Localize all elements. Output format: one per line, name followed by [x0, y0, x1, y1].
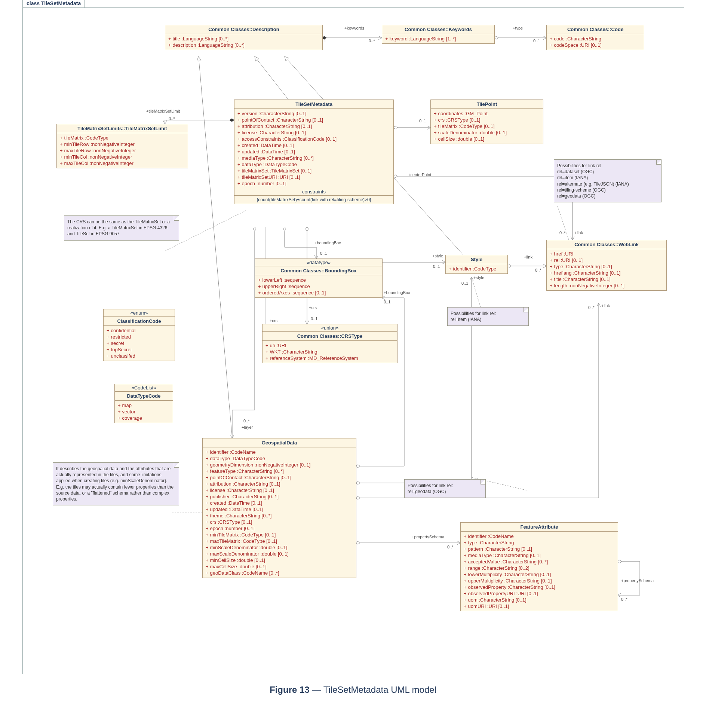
class-attribute: +license :CharacterString [0..1]: [237, 129, 390, 136]
note-style-rel: Possibilities for link rel: rel=item (IA…: [447, 307, 529, 326]
class-attribute: +orderedAxes :sequence [0..1]: [258, 290, 379, 296]
mult-tp: 0..1: [419, 119, 426, 123]
class-attribute: +publisher :CharacterString [0..1]: [206, 493, 353, 500]
mult-0-1: 0..1: [533, 39, 540, 43]
label-type: +type: [513, 26, 523, 30]
mult-crs2: 0..1: [311, 316, 317, 321]
caption-text: TileSetMetadata UML model: [323, 685, 436, 695]
label-crs: +crs: [270, 318, 277, 323]
class-attribute: +type :CharacterString [0..1]: [550, 263, 663, 270]
class-attribute: +minScaleDenominator :double [0..1]: [206, 544, 353, 551]
figure-caption: Figure 13 — TileSetMetadata UML model: [0, 685, 706, 695]
class-crstype: «union» Common Classes::CRSType +uri :UR…: [262, 324, 397, 363]
class-attribute: +unclassifed: [107, 353, 172, 359]
class-attribute: +tileMatrix :CodeType [0..1]: [434, 123, 540, 129]
class-attribute: +cellSize :double [0..1]: [434, 136, 540, 142]
class-attribute: +updated :DataTime [0..1]: [237, 149, 390, 155]
class-attribute: +upperRight :sequence: [258, 283, 379, 290]
mult-link-style: 0..*: [535, 268, 541, 272]
class-attribute: +keyword :LanguageString [1..*]: [385, 36, 491, 42]
class-attribute: +license :CharacterString [0..1]: [206, 487, 353, 493]
class-attribute: +minTileCol :nonNegativeInteger: [60, 154, 185, 160]
class-attribute: +uom :CharacterString [0..1]: [464, 597, 615, 603]
class-attribute: +confidential: [107, 327, 172, 334]
svg-line-2: [255, 56, 288, 100]
label-link1: +link: [574, 230, 583, 235]
diagram-frame: class TileSetMetadata: [22, 7, 684, 674]
class-description: Common Classes::Description +title :Lang…: [165, 25, 323, 50]
class-attribute: +geoDataClass :CodeName [0..*]: [206, 570, 353, 576]
class-datatypecode: «CodeList» DataTypeCode +map+vector+cove…: [114, 384, 173, 423]
class-attribute: +observedProperty :CharacterString [0..1…: [464, 584, 615, 590]
class-tmsl: TileMatrixSetLimits::TileMatrixSetLimit …: [56, 124, 188, 168]
class-attribute: +dataType :DataTypeCode: [237, 161, 390, 168]
label-keywords: +keywords: [344, 26, 364, 30]
class-attribute: +map: [118, 402, 170, 409]
class-attribute: +minTileMatrix :CodeType [0..1]: [206, 532, 353, 538]
svg-line-3: [199, 56, 232, 438]
class-attribute: +maxCellSize :double [0..1]: [206, 563, 353, 570]
label-propschema2: +propertySchema: [621, 578, 654, 583]
note-geodata: It describes the geospatial data and the…: [53, 462, 179, 505]
class-attribute: +lowerLeft :sequence: [258, 277, 379, 283]
label-geo-bbox: +boundingBox: [384, 290, 410, 295]
class-attribute: +observedPropertyURI :URI [0..1]: [464, 590, 615, 597]
mult-1: 1: [324, 39, 326, 43]
mult-geo-style: 0..1: [461, 281, 468, 285]
class-attribute: +uomURI :URI [0..1]: [464, 603, 615, 609]
class-attribute: +rel :URI [0..1]: [550, 257, 663, 263]
class-tilepoint: TilePoint +coordinates :GM_Point+crs :CR…: [430, 100, 543, 144]
class-attribute: +pointOfContact :CharacterString [0..1]: [237, 117, 390, 123]
class-attribute: +identifier :CodeName: [206, 449, 353, 455]
caption-sep: —: [310, 685, 323, 695]
class-style: Style +identifier :CodeType: [445, 255, 508, 274]
class-attribute: +attribution :CharacterString [0..1]: [237, 123, 390, 129]
mult-style: 0..1: [433, 264, 440, 269]
class-attribute: +geometryDimension :nonNegativeInteger […: [206, 462, 353, 468]
class-attribute: +theme :CharacterString [0..*]: [206, 513, 353, 519]
mult-propschema2: 0..*: [621, 597, 627, 602]
mult-tmsl: 0..*: [169, 116, 175, 121]
mult-geo-link: 0..*: [588, 305, 595, 310]
class-attribute: +accessConstraints :ClassificationCode […: [237, 136, 390, 142]
class-attribute: +restricted: [107, 334, 172, 340]
class-attribute: +crs :CRSType [0..1]: [434, 117, 540, 123]
class-featureattribute: FeatureAttribute +identifier :CodeName+t…: [460, 522, 618, 611]
note-link-rel: Possibilities for link rel: rel=dataset …: [554, 159, 662, 202]
class-code: Common Classes::Code +code :CharacterStr…: [546, 25, 644, 50]
label-geo-link: +link: [601, 303, 610, 308]
class-attribute: +scaleDenominator :double [0..1]: [434, 129, 540, 136]
class-attribute: +maxTileCol :nonNegativeInteger: [60, 160, 185, 166]
mult-0s: 0..*: [369, 39, 375, 43]
label-propschema: +propertySchema: [412, 535, 444, 539]
class-attribute: +created :DataTime [0..1]: [206, 500, 353, 506]
note-geodata-rel: Possibilities for link rel: rel=geodata …: [404, 479, 486, 498]
class-attribute: +tileMatrixSet :TileMatrixSet [0..1]: [237, 168, 390, 174]
class-attribute: +range :CharacterString [0..2]: [464, 565, 615, 571]
class-title: Common Classes::Description: [165, 25, 322, 34]
constraints-label: constraints: [234, 188, 393, 196]
class-attribute: +href :URI: [550, 251, 663, 257]
class-attribute: +pointOfContact :CharacterString [0..1]: [206, 474, 353, 481]
label-centerpoint: +centerPoint: [408, 172, 431, 177]
constraints-text: {count(tileMatrixSet)+count(link with re…: [234, 196, 393, 204]
class-attribute: +mediaType :CharacterString [0..*]: [237, 155, 390, 161]
class-attribute: +updated :DataTime [0..1]: [206, 506, 353, 513]
label-style: +style: [432, 254, 443, 258]
label-link-style: +link: [524, 255, 532, 259]
class-attribute: +maxTileMatrix :CodeType [0..1]: [206, 538, 353, 544]
caption-prefix: Figure 13: [270, 685, 310, 695]
class-geospatialdata: GeospatialData +identifier :CodeName+dat…: [202, 438, 356, 578]
class-attribute: +codeSpace :URI [0..1]: [550, 42, 641, 48]
label-crs2: +crs: [309, 305, 317, 310]
class-attribute: +maxTileRow :nonNegativeInteger: [60, 147, 185, 154]
label-bbox: +boundingBox: [314, 241, 341, 245]
class-attribute: +dataType :DataTypeCode: [206, 455, 353, 462]
class-attribute: +vector: [118, 409, 170, 415]
class-attribute: +type :CharacterString: [464, 539, 615, 546]
diagram-title: class TileSetMetadata: [22, 0, 85, 7]
class-attribute: +maxScaleDenominator :double [0..1]: [206, 551, 353, 557]
class-attribute: +mediaType :CharacterString [0..1]: [464, 552, 615, 559]
class-boundingbox: «datatype» Common Classes::BoundingBox +…: [255, 259, 383, 298]
label-tmsl: +tileMatrixSetLimit: [146, 109, 180, 113]
